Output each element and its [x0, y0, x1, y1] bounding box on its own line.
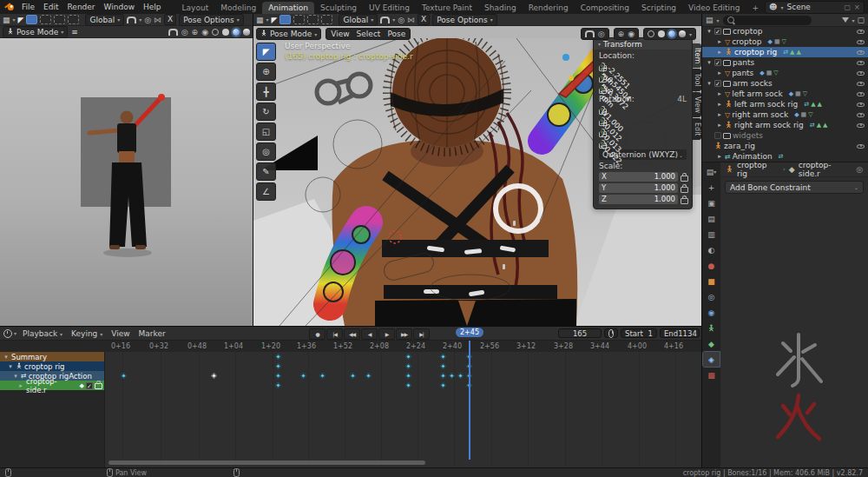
hide-in-viewport-eye-icon[interactable]	[857, 144, 865, 149]
proportional-edit-icon[interactable]: ◎	[144, 16, 151, 24]
outliner-row-right-arm-sock-rig[interactable]: ▸ right arm sock rig ⇄▲▲	[702, 120, 868, 130]
properties-tab-bone-constraint[interactable]: ◈	[703, 352, 720, 367]
viewport-menu-view[interactable]: View	[327, 30, 352, 38]
location-y-field[interactable]: Y0.54504 mm	[598, 73, 606, 81]
properties-tab-texture[interactable]: ▩	[703, 368, 720, 382]
transform-tool[interactable]: ◎	[256, 142, 276, 161]
outliner-row-right-arm-sock[interactable]: ▸ ▽ right arm sock ◆▦▽	[702, 109, 868, 120]
pin-icon[interactable]: ◎	[856, 165, 863, 174]
timeline-ruler[interactable]: 0+160+320+481+041+201+361+522+082+242+40…	[0, 341, 701, 353]
shading-solid-icon[interactable]	[658, 30, 665, 37]
properties-tab-bone[interactable]: ◆	[703, 336, 720, 351]
lock-icon[interactable]	[681, 187, 688, 193]
transform-orientation-select[interactable]: Global▾	[85, 14, 124, 26]
shading-wireframe-icon[interactable]	[648, 30, 654, 37]
workspace-tab-scripting[interactable]: Scripting	[635, 2, 682, 14]
measure-tool[interactable]: ∠	[256, 182, 276, 201]
mirror-x-toggle[interactable]: X	[164, 14, 176, 25]
select-mode-subtract-button[interactable]	[54, 15, 65, 24]
rotation-x-field[interactable]: X0.012	[598, 116, 606, 124]
chevron-down-icon[interactable]: ▾	[689, 31, 692, 37]
unlink-scene-icon[interactable]: ×	[854, 3, 860, 11]
keyframe-diamond[interactable]	[405, 354, 411, 360]
viewport-menu-pose[interactable]: Pose	[384, 30, 409, 38]
viewport-menu-select[interactable]: Select	[353, 30, 385, 38]
disclosure-arrow[interactable]: ▸	[17, 382, 24, 389]
properties-tab-render[interactable]: ▣	[703, 195, 720, 210]
outliner-row-left-arm-sock[interactable]: ▸ ▽ left arm sock ◆▦▽	[702, 89, 868, 99]
keyframe-diamond[interactable]	[319, 373, 326, 379]
disclosure-arrow[interactable]: ▾	[12, 373, 19, 380]
show-overlays-icon[interactable]: ◉	[628, 30, 635, 38]
shading-solid-icon[interactable]	[222, 29, 229, 36]
pose-options-dropdown[interactable]: Pose Options▾	[432, 14, 496, 26]
hide-in-viewport-eye-icon[interactable]	[857, 103, 865, 107]
outliner-row-croptop[interactable]: ▾ ✓ croptop	[702, 26, 868, 36]
new-collection-icon[interactable]: ▢	[857, 16, 865, 24]
timeline-menu-keying[interactable]: Keying ▾	[67, 329, 107, 338]
keyframe-diamond[interactable]	[440, 363, 446, 369]
scale-x-field[interactable]: X1.000	[599, 172, 678, 182]
hide-in-viewport-eye-icon[interactable]	[857, 123, 865, 128]
keyframe-diamond[interactable]	[440, 373, 446, 379]
collection-checkbox[interactable]: ✓	[714, 132, 721, 139]
keyframe-diamond[interactable]	[275, 382, 281, 388]
jump-to-start-button[interactable]: |◀	[326, 328, 343, 340]
snap-magnet-icon[interactable]	[168, 29, 178, 36]
add-bone-constraint-button[interactable]: Add Bone Constraint⌄	[725, 181, 864, 194]
lock-icon[interactable]	[681, 198, 688, 204]
play-button[interactable]: ▶	[378, 328, 395, 340]
workspace-tab-uv-editing[interactable]: UV Editing	[363, 2, 416, 14]
outliner-row-left-arm-sock-rig[interactable]: ▸ left arm sock rig ⇄▲▲	[702, 99, 868, 109]
disclosure-arrow[interactable]: ▾	[3, 354, 10, 361]
select-mode-subtract-button[interactable]	[307, 15, 319, 24]
shading-rendered-icon[interactable]	[243, 29, 250, 36]
snap-magnet-icon[interactable]	[585, 30, 595, 37]
menu-file[interactable]: File	[17, 3, 39, 11]
scene-name[interactable]: Scene	[786, 3, 840, 11]
collapsed-menus-icon[interactable]: ≡	[71, 28, 78, 36]
workspace-tab-modeling[interactable]: Modeling	[214, 2, 262, 14]
breadcrumb-object[interactable]: croptop rig	[737, 161, 779, 178]
hide-in-viewport-eye-icon[interactable]	[857, 82, 865, 86]
properties-tab-scene[interactable]: ◐	[703, 242, 720, 257]
keyframe-diamond[interactable]	[440, 354, 446, 360]
hide-in-viewport-eye-icon[interactable]	[857, 50, 865, 55]
editor-type-timeline-icon[interactable]	[3, 329, 12, 338]
workspace-tab-compositing[interactable]: Compositing	[575, 2, 635, 14]
editor-type-outliner-icon[interactable]: ▤	[706, 16, 713, 24]
shading-wireframe-icon[interactable]	[212, 29, 219, 36]
collection-checkbox[interactable]: ✓	[714, 59, 721, 66]
outliner-row-arm-socks[interactable]: ▾ ✓ arm socks	[702, 78, 868, 89]
channel-summary[interactable]: ▾ Summary	[0, 352, 104, 361]
viewport-left-3d-scene[interactable]	[0, 38, 253, 326]
collection-checkbox[interactable]: ✓	[714, 28, 721, 35]
keyframe-diamond[interactable]	[405, 382, 411, 388]
use-preview-range-button[interactable]	[604, 328, 618, 338]
rotation-w-field[interactable]: W1.000	[598, 105, 606, 113]
keyframe-diamond[interactable]	[405, 373, 411, 379]
outliner-row-croptop[interactable]: ▸ ▽ croptop ◆▦▽	[702, 36, 868, 47]
disclosure-arrow[interactable]: ▾	[706, 28, 713, 35]
dope-sheet[interactable]: ▾ Summary ▾ croptop rig ▾ ⇄ croptop rigA…	[0, 352, 701, 467]
disclosure-arrow[interactable]: ▾	[706, 80, 713, 87]
hide-in-viewport-eye-icon[interactable]	[857, 40, 865, 44]
collection-checkbox[interactable]: ✓	[714, 80, 721, 87]
breadcrumb-bone[interactable]: croptop-side.r	[799, 161, 852, 178]
hide-in-viewport-eye-icon[interactable]	[857, 30, 865, 34]
current-frame-field[interactable]: 165	[558, 328, 602, 338]
workspace-tab-layout[interactable]: Layout	[176, 2, 215, 14]
timeline-menu-playback[interactable]: Playback ▾	[18, 329, 67, 338]
disclosure-arrow[interactable]: ▾	[7, 363, 14, 370]
driver-wrench-icon[interactable]: ◆	[80, 381, 84, 390]
sidebar-tab-view[interactable]: View	[693, 92, 701, 117]
annotate-tool[interactable]: ✎	[256, 162, 276, 181]
menu-window[interactable]: Window	[100, 3, 140, 11]
select-box-tool[interactable]: ◤	[256, 43, 276, 61]
location-z-field[interactable]: Z2.3072 mm	[598, 84, 606, 92]
menu-edit[interactable]: Edit	[39, 3, 62, 11]
blender-logo-icon[interactable]	[3, 2, 16, 13]
editor-type-properties-icon[interactable]: ▤▾	[703, 164, 720, 179]
properties-tab-object[interactable]: ■	[703, 274, 720, 288]
new-scene-icon[interactable]: ▢	[844, 3, 851, 11]
